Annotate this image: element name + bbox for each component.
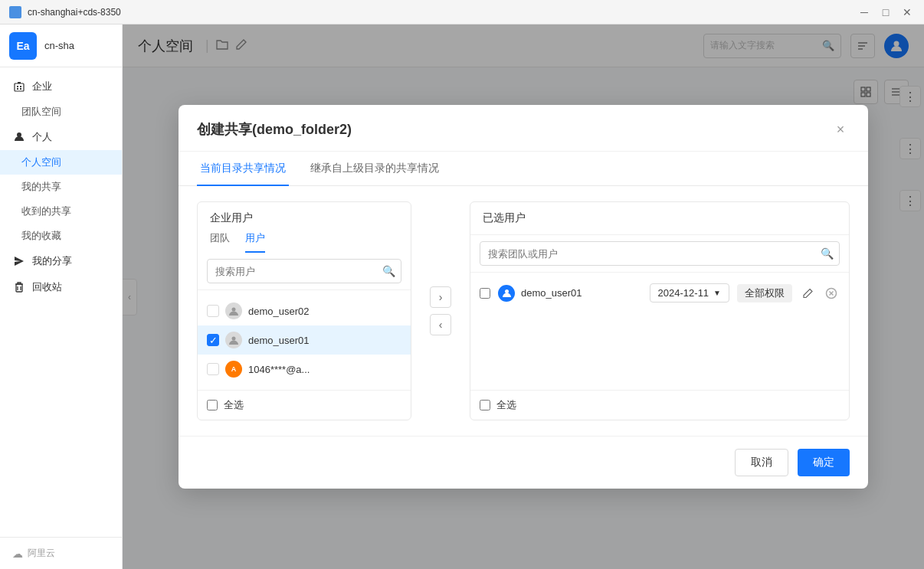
footer-text: 阿里云	[28, 547, 55, 560]
selected-user01-checkbox[interactable]	[480, 288, 490, 299]
right-panel: 已选用户 🔍	[470, 201, 850, 420]
title-bar: cn-shanghai+cds-8350 ─ □ ✕	[0, 0, 924, 25]
company-name: cn-sha	[44, 40, 74, 51]
modal-header: 创建共享(demo_folder2) ×	[179, 105, 868, 152]
right-panel-footer: 全选	[470, 390, 849, 420]
sidebar-item-team-space[interactable]: 团队空间	[0, 100, 122, 124]
right-panel-header: 已选用户	[470, 202, 849, 235]
left-panel-search: 🔍	[198, 253, 411, 290]
right-search-container: 🔍	[480, 241, 840, 266]
svg-rect-4	[20, 88, 21, 90]
modal-body: 企业用户 团队 用户 🔍	[179, 186, 868, 436]
sidebar-footer: ☁ 阿里云	[0, 537, 122, 569]
modal-close-button[interactable]: ×	[831, 120, 850, 139]
building-icon	[12, 80, 26, 93]
panel-tab-user[interactable]: 用户	[245, 231, 265, 253]
send-icon	[12, 254, 26, 268]
sidebar-item-personal-space-label: 个人空间	[21, 155, 61, 169]
expiry-date-selector[interactable]: 2024-12-11 ▼	[650, 283, 729, 302]
main-area: 个人空间 | 请输入文字搜索 🔍	[123, 25, 924, 569]
tab-current-share[interactable]: 当前目录共享情况	[197, 152, 289, 186]
sidebar-item-recycle-label: 回收站	[32, 280, 62, 294]
sidebar-item-my-share[interactable]: 我的共享	[0, 175, 122, 199]
selected-item: demo_user01 2024-12-11 ▼ 全部权限	[470, 279, 849, 307]
sidebar-item-received-share[interactable]: 收到的共享	[0, 199, 122, 224]
footer-cloud-icon: ☁	[12, 548, 23, 560]
tab-inherited-share[interactable]: 继承自上级目录的共享情况	[307, 152, 442, 186]
list-item[interactable]: A 1046****@a...	[198, 355, 411, 384]
sidebar-item-company[interactable]: 企业	[0, 74, 122, 100]
selected-user-list: demo_user01 2024-12-11 ▼ 全部权限	[470, 273, 849, 390]
user1046-avatar: A	[225, 361, 242, 378]
sidebar-nav: 企业 团队空间 个人 个人空间 我的共享 收到的共享 我的收藏	[0, 67, 122, 306]
modal-tabs: 当前目录共享情况 继承自上级目录的共享情况	[179, 152, 868, 186]
sidebar: Ea cn-sha 企业 团队空间 个人 个人空间	[0, 25, 123, 569]
edit-permission-button[interactable]	[800, 285, 817, 302]
svg-point-22	[505, 289, 509, 293]
list-item[interactable]: ✓ demo_user01	[198, 325, 411, 355]
cancel-button[interactable]: 取消	[735, 449, 788, 476]
selected-user01-avatar	[498, 285, 515, 302]
right-select-all-label: 全选	[496, 398, 516, 412]
user-search-input[interactable]	[207, 259, 401, 283]
user02-checkbox[interactable]	[207, 305, 219, 317]
team-user-search-input[interactable]	[480, 241, 840, 266]
user02-avatar	[225, 302, 242, 319]
sidebar-item-personal-space[interactable]: 个人空间	[0, 150, 122, 175]
close-button[interactable]: ✕	[899, 5, 915, 20]
chevron-down-icon: ▼	[713, 289, 721, 297]
left-panel-header: 企业用户	[198, 202, 411, 225]
minimize-button[interactable]: ─	[857, 5, 872, 20]
modal-overlay: 创建共享(demo_folder2) × 当前目录共享情况 继承自上级目录的共享…	[123, 25, 924, 569]
trash-icon	[12, 280, 26, 294]
share-modal: 创建共享(demo_folder2) × 当前目录共享情况 继承自上级目录的共享…	[179, 105, 868, 489]
maximize-button[interactable]: □	[878, 5, 893, 20]
list-item[interactable]: demo_user02	[198, 296, 411, 325]
sidebar-item-company-label: 企业	[32, 80, 52, 93]
transfer-left-button[interactable]: ‹	[430, 314, 451, 335]
left-panel-tabs: 团队 用户	[198, 225, 411, 253]
transfer-arrows: › ‹	[427, 201, 454, 420]
left-panel-footer: 全选	[198, 390, 411, 420]
right-panel-search: 🔍	[470, 235, 849, 273]
sidebar-logo: Ea	[9, 32, 37, 60]
user1046-checkbox[interactable]	[207, 363, 219, 375]
left-panel: 企业用户 团队 用户 🔍	[197, 201, 411, 420]
logo-text: Ea	[16, 40, 29, 52]
user02-name: demo_user02	[248, 306, 310, 317]
right-search-icon: 🔍	[821, 247, 834, 260]
user01-avatar	[225, 332, 242, 348]
sidebar-item-recycle[interactable]: 回收站	[0, 274, 122, 300]
panel-tab-team[interactable]: 团队	[210, 231, 230, 253]
permission-badge: 全部权限	[737, 284, 792, 302]
remove-user-button[interactable]	[823, 285, 840, 302]
user01-checkbox[interactable]: ✓	[207, 334, 219, 346]
sidebar-item-personal-label: 个人	[32, 130, 52, 144]
user-search-icon: 🔍	[382, 265, 395, 277]
sidebar-item-my-share-label: 我的共享	[21, 180, 61, 194]
sidebar-item-personal[interactable]: 个人	[0, 124, 122, 150]
transfer-right-button[interactable]: ›	[430, 286, 451, 308]
confirm-button[interactable]: 确定	[798, 449, 850, 476]
app-icon	[9, 6, 21, 18]
window-controls: ─ □ ✕	[857, 5, 915, 20]
tab-text: cn-shanghai+cds-8350	[28, 7, 857, 18]
sidebar-item-received-share-label: 收到的共享	[21, 204, 71, 218]
user-list: demo_user02 ✓ demo_user01	[198, 290, 411, 390]
modal-title: 创建共享(demo_folder2)	[197, 120, 352, 139]
left-select-all-checkbox[interactable]	[207, 400, 218, 410]
right-select-all-checkbox[interactable]	[480, 400, 490, 410]
selected-user01-name: demo_user01	[521, 287, 598, 299]
person-icon	[12, 130, 26, 144]
sidebar-item-favorites[interactable]: 我的收藏	[0, 224, 122, 248]
item-actions	[800, 285, 840, 302]
sidebar-item-my-shared[interactable]: 我的分享	[0, 248, 122, 274]
svg-rect-1	[17, 86, 18, 87]
sidebar-item-my-shared-label: 我的分享	[32, 254, 72, 268]
modal-footer: 取消 确定	[179, 436, 868, 489]
svg-rect-6	[16, 284, 22, 292]
svg-rect-2	[20, 86, 21, 87]
user1046-name: 1046****@a...	[248, 364, 310, 375]
selected-user01-info: demo_user01	[498, 285, 642, 302]
left-select-all-label: 全选	[224, 398, 244, 412]
